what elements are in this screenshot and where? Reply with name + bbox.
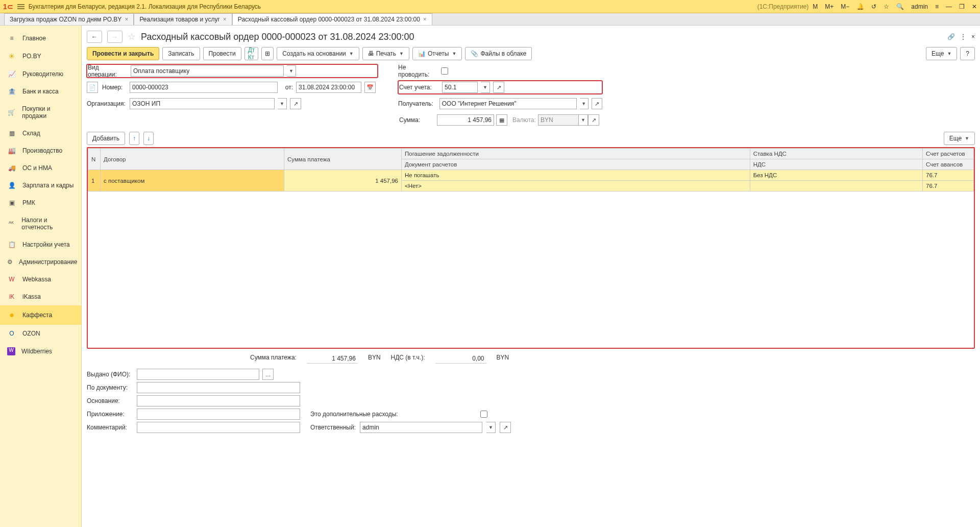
doc-icon-button[interactable]: 📄 bbox=[87, 82, 98, 93]
sidebar-item-taxes[interactable]: ᴬᴷНалоги и отчетность bbox=[0, 211, 81, 236]
write-button[interactable]: Записать bbox=[162, 47, 200, 60]
sidebar-item-poby[interactable]: ✳PO.BY bbox=[0, 47, 81, 65]
dk-button[interactable]: ДтКт bbox=[244, 47, 259, 60]
open-icon[interactable]: ↗ bbox=[592, 98, 602, 109]
star-icon[interactable]: ☆ bbox=[884, 3, 889, 10]
settings-icon[interactable]: ≡ bbox=[935, 3, 939, 10]
favorite-icon[interactable]: ☆ bbox=[128, 31, 136, 42]
cell-doc[interactable]: <Нет> bbox=[402, 181, 750, 191]
org-field[interactable] bbox=[130, 98, 275, 109]
comment-field[interactable] bbox=[137, 422, 300, 433]
close-icon[interactable]: × bbox=[223, 16, 227, 23]
resp-field[interactable] bbox=[360, 422, 482, 433]
cell-sum[interactable]: 1 457,96 bbox=[284, 170, 402, 191]
cell-contract[interactable]: с поставщиком bbox=[101, 170, 284, 191]
col-acct[interactable]: Счет расчетов bbox=[923, 149, 974, 159]
cell-debt[interactable]: Не погашать bbox=[402, 170, 750, 181]
sidebar-item-main[interactable]: ≡Главное bbox=[0, 30, 81, 47]
dropdown-icon[interactable]: ▼ bbox=[287, 65, 296, 77]
add-button[interactable]: Добавить bbox=[87, 132, 125, 145]
mminus-icon[interactable]: M− bbox=[841, 3, 849, 10]
sidebar-item-salary[interactable]: 👤Зарплата и кадры bbox=[0, 177, 81, 194]
main-menu-icon[interactable] bbox=[17, 4, 24, 9]
more-button[interactable]: Еще▼ bbox=[926, 47, 957, 60]
issued-field[interactable] bbox=[137, 369, 259, 380]
m-icon[interactable]: M bbox=[813, 3, 818, 10]
col-vat[interactable]: НДС bbox=[750, 159, 922, 170]
bell-icon[interactable]: 🔔 bbox=[856, 3, 864, 10]
tab-cash-order[interactable]: Расходный кассовый ордер 0000-000023 от … bbox=[232, 13, 432, 25]
col-doc[interactable]: Документ расчетов bbox=[402, 159, 750, 170]
account-field[interactable] bbox=[442, 82, 478, 93]
attach-field[interactable] bbox=[137, 409, 300, 420]
sidebar-item-kaffesta[interactable]: ●Каффеста bbox=[0, 305, 81, 325]
sidebar-item-ozon[interactable]: OOZON bbox=[0, 325, 81, 342]
minimize-icon[interactable]: — bbox=[946, 3, 952, 10]
cell-adv[interactable]: 76.7 bbox=[923, 181, 974, 191]
sidebar-item-webkassa[interactable]: WWebkassa bbox=[0, 271, 81, 288]
calc-icon[interactable]: ▦ bbox=[496, 114, 507, 126]
tab-realization[interactable]: Реализация товаров и услуг× bbox=[134, 13, 232, 25]
more-icon[interactable]: ⋮ bbox=[960, 33, 966, 40]
col-debt[interactable]: Погашение задолженности bbox=[402, 149, 750, 159]
history-icon[interactable]: ↺ bbox=[871, 3, 876, 10]
col-vat-rate[interactable]: Ставка НДС bbox=[750, 149, 922, 159]
sidebar-item-ikassa[interactable]: iKiKassa bbox=[0, 288, 81, 305]
dropdown-icon[interactable]: ▼ bbox=[580, 98, 589, 109]
sidebar-item-wildberries[interactable]: WWildberries bbox=[0, 342, 81, 361]
sum-field[interactable] bbox=[437, 114, 494, 126]
user-label[interactable]: admin bbox=[911, 3, 928, 10]
tree-button[interactable]: ⊞ bbox=[261, 47, 274, 60]
back-button[interactable]: ← bbox=[87, 31, 102, 43]
create-based-button[interactable]: Создать на основании▼ bbox=[277, 47, 359, 60]
dropdown-icon[interactable]: ▼ bbox=[481, 82, 490, 93]
tab-ozon-load[interactable]: Загрузка продаж OZON по дням PO.BY× bbox=[4, 13, 134, 25]
cell-vat-rate[interactable]: Без НДС bbox=[750, 170, 922, 181]
post-close-button[interactable]: Провести и закрыть bbox=[87, 47, 159, 60]
no-post-checkbox[interactable] bbox=[441, 67, 448, 75]
reports-button[interactable]: 📊Отчеты▼ bbox=[412, 47, 462, 60]
sidebar-item-admin[interactable]: ⚙Администрирование bbox=[0, 253, 81, 271]
cell-vat[interactable] bbox=[750, 181, 922, 191]
cell-acct[interactable]: 76.7 bbox=[923, 170, 974, 181]
col-sum[interactable]: Сумма платежа bbox=[284, 149, 402, 170]
open-icon[interactable]: ↗ bbox=[290, 98, 301, 109]
sidebar-item-settings[interactable]: 📋Настройки учета bbox=[0, 236, 81, 253]
sidebar-item-bank[interactable]: 🏦Банк и касса bbox=[0, 83, 81, 100]
sidebar-item-rmk[interactable]: ▣РМК bbox=[0, 194, 81, 211]
open-icon[interactable]: ↗ bbox=[500, 422, 511, 433]
col-n[interactable]: N bbox=[88, 149, 101, 170]
sidebar-item-assets[interactable]: 🚚ОС и НМА bbox=[0, 159, 81, 177]
cell-n[interactable]: 1 bbox=[88, 170, 101, 191]
col-adv[interactable]: Счет авансов bbox=[923, 159, 974, 170]
link-icon[interactable]: 🔗 bbox=[947, 33, 955, 40]
dropdown-icon[interactable]: ▼ bbox=[486, 422, 496, 433]
dropdown-icon[interactable]: ▼ bbox=[278, 98, 287, 109]
close-icon[interactable]: × bbox=[423, 16, 427, 23]
open-icon[interactable]: ↗ bbox=[493, 82, 504, 93]
search-icon[interactable]: 🔍 bbox=[896, 3, 904, 10]
print-button[interactable]: 🖶Печать▼ bbox=[362, 47, 409, 60]
close-icon[interactable]: × bbox=[125, 16, 128, 23]
forward-button[interactable]: → bbox=[107, 31, 122, 43]
calendar-icon[interactable]: 📅 bbox=[364, 82, 376, 93]
sidebar-item-production[interactable]: 🏭Производство bbox=[0, 142, 81, 159]
table-row[interactable]: 1 с поставщиком 1 457,96 Не погашать Без… bbox=[88, 170, 974, 181]
op-type-field[interactable] bbox=[131, 65, 284, 77]
help-button[interactable]: ? bbox=[960, 47, 975, 60]
basis-field[interactable] bbox=[137, 395, 300, 406]
dots-icon[interactable]: … bbox=[262, 369, 274, 380]
move-up-button[interactable]: ↑ bbox=[129, 132, 139, 145]
sidebar-item-warehouse[interactable]: ▦Склад bbox=[0, 125, 81, 142]
table-more-button[interactable]: Еще▼ bbox=[944, 132, 975, 145]
sidebar-item-sales[interactable]: 🛒Покупки и продажи bbox=[0, 100, 81, 125]
col-contract[interactable]: Договор bbox=[101, 149, 284, 170]
post-button[interactable]: Провести bbox=[203, 47, 241, 60]
number-field[interactable] bbox=[130, 82, 278, 93]
date-field[interactable] bbox=[296, 82, 361, 93]
move-down-button[interactable]: ↓ bbox=[143, 132, 154, 145]
dropdown-icon[interactable]: ▼ bbox=[579, 114, 588, 126]
extra-checkbox[interactable] bbox=[402, 411, 566, 418]
restore-icon[interactable]: ❐ bbox=[959, 3, 965, 10]
mplus-icon[interactable]: M+ bbox=[825, 3, 834, 10]
